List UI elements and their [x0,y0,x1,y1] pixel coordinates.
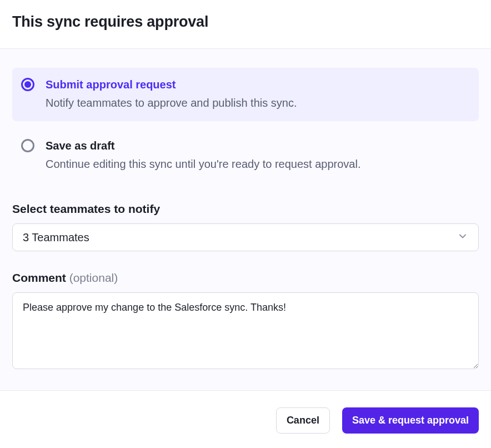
chevron-down-icon [457,231,468,244]
teammates-select[interactable]: 3 Teammates [12,223,479,251]
option-submit-title: Submit approval request [46,77,470,92]
option-submit-approval[interactable]: Submit approval request Notify teammates… [12,68,479,121]
option-submit-description: Notify teammates to approve and publish … [46,94,470,111]
save-request-approval-button[interactable]: Save & request approval [342,407,479,434]
comment-optional-hint: (optional) [69,271,118,284]
radio-unselected-icon [21,139,34,152]
comment-label: Comment (optional) [12,271,479,285]
cancel-button[interactable]: Cancel [276,407,330,434]
radio-selected-icon [21,78,34,91]
teammates-select-value: 3 Teammates [23,231,89,244]
option-save-draft[interactable]: Save as draft Continue editing this sync… [12,129,479,182]
option-draft-description: Continue editing this sync until you're … [46,156,470,172]
comment-textarea[interactable] [12,292,479,369]
option-draft-title: Save as draft [46,138,470,153]
page-title: This sync requires approval [12,13,479,31]
teammates-label: Select teammates to notify [12,202,479,216]
